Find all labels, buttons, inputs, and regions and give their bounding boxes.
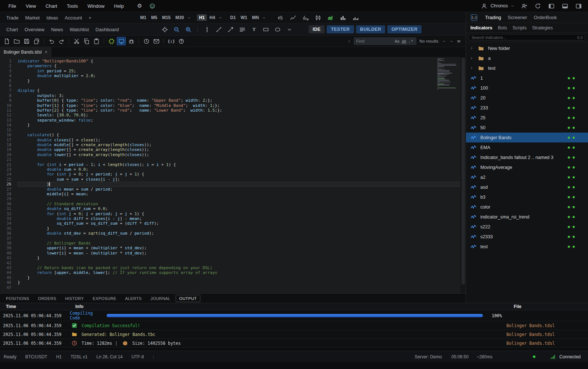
- code-line[interactable]: [18, 261, 466, 265]
- timeframe-h4[interactable]: H4: [207, 14, 217, 21]
- code-area[interactable]: indicator "BollingerBands100" { paramete…: [16, 57, 466, 293]
- regex-button[interactable]: .*: [408, 39, 415, 44]
- chevron-down-icon[interactable]: [510, 2, 515, 10]
- chevron-down-icon[interactable]: [285, 25, 294, 33]
- code-line[interactable]: }: [18, 182, 466, 187]
- code-line[interactable]: // Bollinger Bands: [18, 241, 466, 246]
- code-line[interactable]: double upper[] = create_array(length(clo…: [18, 147, 466, 152]
- code-line[interactable]: indicator "BollingerBands100" {: [18, 59, 466, 64]
- code-line[interactable]: double lower[] = create_array(length(clo…: [18, 152, 466, 157]
- nav-chart[interactable]: Chart: [3, 27, 21, 32]
- zoom-in-icon[interactable]: [184, 25, 193, 33]
- ellipse-icon[interactable]: [273, 25, 282, 33]
- save-all-icon[interactable]: [32, 37, 41, 45]
- indicator-item-test[interactable]: test: [466, 242, 588, 252]
- code-line[interactable]: [18, 196, 466, 201]
- mode-tab-tester[interactable]: TESTER: [327, 25, 354, 33]
- nav-item[interactable]: +: [85, 15, 95, 21]
- code-line[interactable]: }: [18, 226, 466, 231]
- code-line[interactable]: double sq_diff_sum = 0.0;: [18, 206, 466, 211]
- code-line[interactable]: double std_dev = sqrt(sq_diff_sum / peri…: [18, 231, 466, 236]
- code-line[interactable]: double middle[] = create_array(length(cl…: [18, 142, 466, 147]
- folder-row-a[interactable]: a: [466, 53, 588, 63]
- candles-icon[interactable]: [313, 14, 322, 22]
- code-line[interactable]: [18, 236, 466, 241]
- code-line[interactable]: }: [18, 79, 466, 83]
- chevron-right-icon[interactable]: [469, 54, 474, 62]
- nav-ideas[interactable]: Ideas: [43, 15, 61, 21]
- braces-icon[interactable]: {;}: [167, 37, 176, 45]
- code-line[interactable]: for (int i = period - 1; i < length(clos…: [18, 162, 466, 167]
- folder-row-test[interactable]: test: [466, 63, 588, 73]
- sidebar-tab-screener[interactable]: Screener: [508, 15, 527, 20]
- volume-icon[interactable]: [338, 14, 347, 22]
- code-line[interactable]: [18, 285, 466, 290]
- code-line[interactable]: separate_window: false;: [18, 118, 466, 123]
- assistant-icon[interactable]: [148, 2, 157, 10]
- code-line[interactable]: double mean = sum / period;: [18, 187, 466, 192]
- bottom-tab-alerts[interactable]: ALERTS: [122, 295, 146, 302]
- mode-tab-optimizer[interactable]: OPTIMIZER: [387, 25, 422, 33]
- chevron-down-icon[interactable]: [218, 14, 223, 22]
- compile-icon[interactable]: [107, 37, 116, 45]
- indicator-item-25[interactable]: 25: [466, 113, 588, 123]
- code-line[interactable]: levels: [30.0, 70.0];: [18, 113, 466, 117]
- indicator-item-s2333[interactable]: s2333: [466, 232, 588, 242]
- code-line[interactable]: lower[i] = mean - (multiplier * std_dev)…: [18, 251, 466, 256]
- new-file-icon[interactable]: [2, 37, 11, 45]
- output-row[interactable]: 2025.11.06 05:06:44.359Time: 1282ms|Size…: [0, 339, 588, 348]
- indicator-item-233[interactable]: 233: [466, 103, 588, 113]
- panel-bottom-icon[interactable]: [560, 2, 569, 10]
- indicator-item-indicator-bands-fallout-2-named-3[interactable]: Indicator_bands fallout 2 .. named 3: [466, 152, 588, 162]
- panel-left-icon[interactable]: [547, 2, 556, 10]
- code-line[interactable]: [18, 128, 466, 133]
- scrollbar-thumb[interactable]: [462, 58, 465, 285]
- horizontal-lines-icon[interactable]: [238, 25, 247, 33]
- vertical-line-icon[interactable]: [202, 25, 211, 33]
- code-line[interactable]: buffer[1] { type: "line"; color: "blue";…: [18, 103, 466, 108]
- bottom-tab-history[interactable]: HISTORY: [61, 295, 87, 302]
- minimap[interactable]: [437, 58, 459, 91]
- crosshair-icon[interactable]: [160, 25, 169, 33]
- trend-line-icon[interactable]: [214, 25, 223, 33]
- nav-market[interactable]: Market: [22, 15, 43, 21]
- tab-close-icon[interactable]: ×: [44, 49, 47, 55]
- output-row[interactable]: 2025.11.06 05:06:44.359Generated: Boling…: [0, 330, 588, 339]
- status-item[interactable]: :: [153, 354, 154, 359]
- mode-tab-ide[interactable]: IDE: [309, 25, 325, 33]
- status-utf-8[interactable]: UTF-8: [132, 354, 144, 359]
- nav-news[interactable]: News: [48, 27, 67, 32]
- find-input[interactable]: Find Aa ab .*: [354, 37, 416, 45]
- sidebar-subtab-scripts[interactable]: Scripts: [513, 25, 527, 30]
- line-chart-icon[interactable]: [288, 14, 297, 22]
- nav-dashboard[interactable]: Dashboard: [92, 27, 122, 32]
- code-line[interactable]: buffer[2] { type: "line"; color: "red"; …: [18, 108, 466, 113]
- code-line[interactable]: parameters {: [18, 64, 466, 68]
- indicator-item-s222[interactable]: s222: [466, 222, 588, 232]
- code-line[interactable]: buffer[0] { type: "line"; color: "red"; …: [18, 98, 466, 103]
- indicator-item-100[interactable]: 100: [466, 83, 588, 93]
- sidebar-subtab-indicators[interactable]: Indicators: [470, 25, 492, 30]
- undo-icon[interactable]: [47, 37, 56, 45]
- panel-right-icon[interactable]: [574, 2, 583, 10]
- timeframe-w1[interactable]: W1: [239, 14, 250, 21]
- hamburger-icon[interactable]: [456, 37, 461, 45]
- mode-tab-builder[interactable]: BUILDER: [356, 25, 386, 33]
- mail-icon[interactable]: [152, 37, 161, 45]
- editor-scrollbar[interactable]: [460, 57, 466, 293]
- indicator-search-input[interactable]: Search Indicators... {;}: [469, 34, 585, 40]
- bars-pointer-icon[interactable]: [301, 14, 310, 22]
- chevron-right-icon[interactable]: [469, 64, 474, 72]
- code-line[interactable]: // Standard deviation: [18, 202, 466, 206]
- code-line[interactable]: int period = 25;: [18, 69, 466, 73]
- ticks-icon[interactable]: [276, 14, 285, 22]
- bottom-tab-journal[interactable]: JOURNAL: [147, 295, 174, 302]
- indicator-item-20[interactable]: 20: [466, 93, 588, 103]
- code-line[interactable]: for (int j = 0; j < period; j = j + 1) {: [18, 211, 466, 216]
- bottom-tab-output[interactable]: OUTPUT: [176, 295, 201, 302]
- copy-icon[interactable]: [82, 37, 91, 45]
- timeframe-m30[interactable]: M30: [173, 14, 186, 21]
- code-line[interactable]: double sum = 0.0;: [18, 167, 466, 172]
- user-add-icon[interactable]: [520, 2, 528, 10]
- code-line[interactable]: }: [18, 256, 466, 260]
